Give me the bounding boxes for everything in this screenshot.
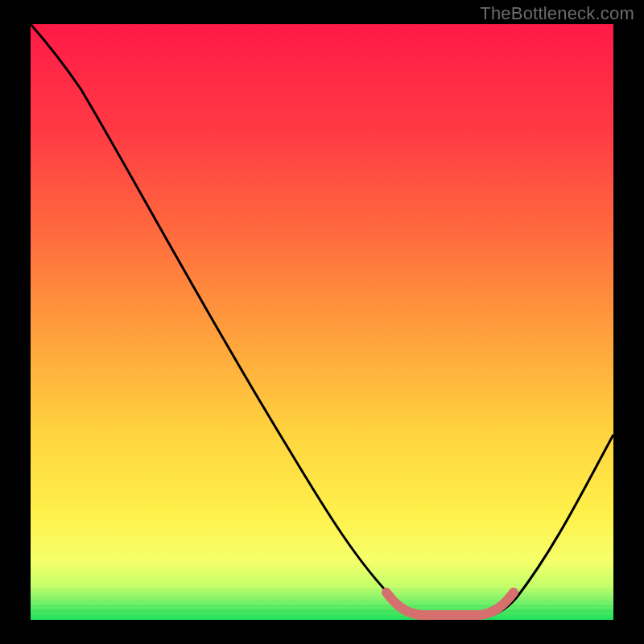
bottleneck-chart (0, 0, 644, 644)
watermark-text: TheBottleneck.com (480, 3, 634, 24)
svg-rect-4 (31, 605, 613, 607)
chart-frame: TheBottleneck.com (0, 0, 644, 644)
plot-background (31, 24, 613, 620)
svg-rect-3 (31, 601, 613, 602)
svg-rect-1 (31, 591, 613, 592)
svg-rect-5 (31, 610, 613, 612)
svg-rect-2 (31, 596, 613, 597)
